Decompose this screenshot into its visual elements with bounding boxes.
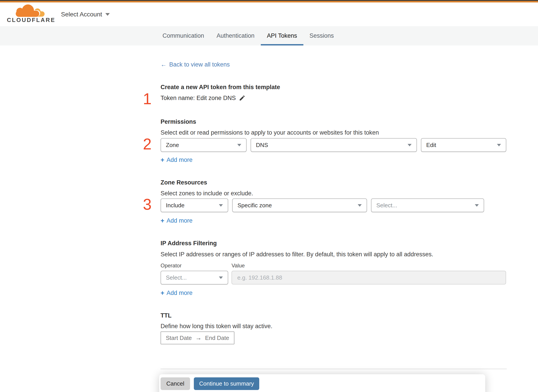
zone-resources-add-more-link[interactable]: + Add more bbox=[161, 217, 192, 224]
token-template-section: 1 Create a new API token from this templ… bbox=[161, 84, 507, 102]
back-link-label: Back to view all tokens bbox=[169, 61, 230, 68]
tab-communication[interactable]: Communication bbox=[156, 26, 211, 46]
chevron-down-icon bbox=[105, 13, 110, 16]
ip-filtering-title: IP Address Filtering bbox=[161, 240, 507, 247]
start-date-placeholder: Start Date bbox=[166, 335, 192, 341]
dropdown-placeholder: Select... bbox=[166, 274, 187, 281]
top-orange-strip bbox=[0, 1, 538, 2]
permissions-description: Select edit or read permissions to apply… bbox=[161, 129, 507, 136]
ip-filtering-description: Select IP addresses or ranges of IP addr… bbox=[161, 251, 507, 258]
permission-resource-dropdown[interactable]: DNS bbox=[251, 138, 417, 152]
chevron-down-icon bbox=[219, 276, 223, 279]
ttl-date-range-picker[interactable]: Start Date → End Date bbox=[161, 331, 234, 344]
account-selector-label: Select Account bbox=[61, 11, 102, 18]
permissions-row: 2 Zone DNS Edit bbox=[161, 138, 507, 152]
chevron-down-icon bbox=[408, 144, 412, 146]
ip-filtering-labels: Operator Value bbox=[161, 262, 507, 269]
right-arrow-icon: → bbox=[195, 334, 201, 341]
zone-resources-row: 3 Include Specific zone Select... bbox=[161, 198, 507, 212]
chevron-down-icon bbox=[358, 204, 362, 207]
plus-icon: + bbox=[161, 156, 164, 163]
tab-label: Authentication bbox=[216, 32, 254, 39]
zone-type-dropdown[interactable]: Specific zone bbox=[232, 198, 367, 212]
dropdown-value: DNS bbox=[256, 142, 268, 149]
ip-operator-dropdown[interactable]: Select... bbox=[161, 271, 228, 285]
token-name-text: Token name: Edit zone DNS bbox=[161, 94, 236, 102]
zone-resources-description: Select zones to include or exclude. bbox=[161, 190, 507, 197]
zone-mode-dropdown[interactable]: Include bbox=[161, 198, 228, 212]
cloud-big-shape bbox=[16, 11, 39, 17]
plus-icon: + bbox=[161, 217, 164, 224]
back-arrow-icon: ← bbox=[161, 61, 167, 68]
ip-filtering-row: Select... bbox=[161, 271, 507, 285]
permissions-add-more-link[interactable]: + Add more bbox=[161, 156, 192, 163]
value-label: Value bbox=[232, 262, 245, 269]
permissions-title: Permissions bbox=[161, 118, 507, 125]
chevron-down-icon bbox=[219, 204, 223, 207]
add-more-label: Add more bbox=[167, 217, 192, 224]
main-content: ← Back to view all tokens 1 Create a new… bbox=[161, 46, 507, 392]
tab-api-tokens[interactable]: API Tokens bbox=[261, 26, 303, 46]
step-number-2: 2 bbox=[140, 137, 154, 151]
back-to-tokens-link[interactable]: ← Back to view all tokens bbox=[161, 61, 230, 68]
ip-filtering-add-more-link[interactable]: + Add more bbox=[161, 289, 192, 296]
tab-bar: Communication Authentication API Tokens … bbox=[0, 26, 538, 46]
dropdown-value: Edit bbox=[426, 142, 436, 149]
dropdown-placeholder: Select... bbox=[376, 202, 397, 209]
zone-select-dropdown[interactable]: Select... bbox=[371, 198, 484, 212]
edit-pencil-icon[interactable] bbox=[239, 95, 245, 101]
cancel-button[interactable]: Cancel bbox=[161, 377, 190, 390]
chevron-down-icon bbox=[497, 144, 501, 146]
cloudflare-logo: CLOUDFLARE bbox=[7, 5, 48, 24]
end-date-placeholder: End Date bbox=[205, 335, 229, 341]
ip-value-input[interactable] bbox=[232, 271, 506, 285]
dropdown-value: Specific zone bbox=[238, 202, 272, 209]
footer-buttons: Cancel Continue to summary bbox=[161, 377, 259, 390]
dropdown-value: Include bbox=[166, 202, 184, 209]
footer: Cancel Continue to summary bbox=[161, 377, 507, 392]
tab-sessions[interactable]: Sessions bbox=[303, 26, 340, 46]
token-template-title: Create a new API token from this templat… bbox=[161, 84, 507, 91]
cloudflare-cloud-icon bbox=[16, 7, 45, 17]
account-selector[interactable]: Select Account bbox=[61, 11, 110, 18]
footer-divider bbox=[161, 369, 507, 369]
dropdown-value: Zone bbox=[166, 142, 179, 149]
chevron-down-icon bbox=[475, 204, 479, 207]
header: CLOUDFLARE Select Account bbox=[0, 2, 538, 26]
tabs: Communication Authentication API Tokens … bbox=[156, 26, 340, 46]
cloudflare-wordmark: CLOUDFLARE bbox=[7, 17, 56, 23]
step-number-1: 1 bbox=[140, 92, 154, 106]
tab-label: API Tokens bbox=[267, 32, 297, 39]
add-more-label: Add more bbox=[167, 156, 192, 163]
ttl-description: Define how long this token will stay act… bbox=[161, 323, 507, 330]
tab-authentication[interactable]: Authentication bbox=[210, 26, 261, 46]
add-more-label: Add more bbox=[167, 289, 192, 296]
operator-label: Operator bbox=[161, 262, 182, 269]
continue-to-summary-button[interactable]: Continue to summary bbox=[194, 377, 259, 390]
permission-scope-dropdown[interactable]: Zone bbox=[161, 138, 247, 152]
plus-icon: + bbox=[161, 289, 164, 296]
chevron-down-icon bbox=[237, 144, 241, 146]
tab-label: Communication bbox=[163, 32, 204, 39]
ttl-title: TTL bbox=[161, 312, 507, 319]
token-name-row: Token name: Edit zone DNS bbox=[161, 94, 507, 102]
zone-resources-title: Zone Resources bbox=[161, 179, 507, 186]
step-number-3: 3 bbox=[140, 198, 154, 211]
tab-label: Sessions bbox=[310, 32, 334, 39]
permission-access-dropdown[interactable]: Edit bbox=[421, 138, 506, 152]
